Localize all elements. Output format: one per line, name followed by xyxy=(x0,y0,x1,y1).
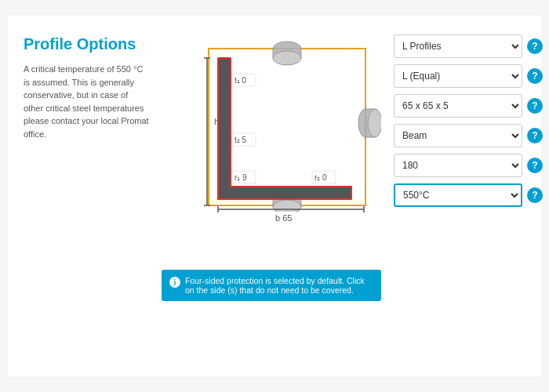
profile-type-select[interactable]: L Profiles H Profiles C Profiles xyxy=(394,34,522,58)
help-btn-3[interactable]: ? xyxy=(527,98,543,114)
t2-label: t₂ 5 xyxy=(235,136,247,144)
svg-point-9 xyxy=(368,109,381,137)
profile-size-row: 65 x 65 x 5 75 x 75 x 6 100 x 100 x 8 ? xyxy=(394,94,543,118)
svg-point-3 xyxy=(273,51,301,65)
profile-size-select[interactable]: 65 x 65 x 5 75 x 75 x 6 100 x 100 x 8 xyxy=(394,94,522,118)
left-panel: Profile Options A critical temperature o… xyxy=(24,34,149,358)
dimension-row: 180 160 200 ? xyxy=(394,154,543,177)
beam-type-row: Beam Column ? xyxy=(394,124,543,147)
center-panel: h 65 b 65 t₁ 0 xyxy=(162,34,381,358)
temperature-select[interactable]: 550°C 500°C 600°C xyxy=(394,183,522,207)
right-panel: L Profiles H Profiles C Profiles ? L (Eq… xyxy=(394,34,543,358)
help-btn-1[interactable]: ? xyxy=(527,38,543,54)
info-icon: i xyxy=(169,277,180,288)
t1-label: t₁ 0 xyxy=(235,76,247,85)
b-label: b 65 xyxy=(275,213,292,223)
page-title: Profile Options xyxy=(24,34,149,53)
beam-type-select[interactable]: Beam Column xyxy=(394,124,522,147)
svg-rect-18 xyxy=(218,58,231,198)
info-text: Four-sided protection is selected by def… xyxy=(185,276,373,295)
profile-type-row: L Profiles H Profiles C Profiles ? xyxy=(394,34,543,58)
profile-diagram[interactable]: h 65 b 65 t₁ 0 xyxy=(162,41,381,260)
help-btn-2[interactable]: ? xyxy=(527,68,543,84)
diagram-wrapper: h 65 b 65 t₁ 0 xyxy=(162,41,381,301)
temperature-row: 550°C 500°C 600°C ? xyxy=(394,183,543,207)
svg-rect-19 xyxy=(218,187,351,199)
r2-label: r₂ 0 xyxy=(314,173,327,182)
help-btn-4[interactable]: ? xyxy=(527,128,543,143)
help-btn-5[interactable]: ? xyxy=(527,158,543,173)
description-text: A critical temperature of 550 °C is assu… xyxy=(24,63,149,140)
profile-shape-row: L (Equal) L (Unequal) ? xyxy=(394,64,543,88)
dimension-select[interactable]: 180 160 200 xyxy=(394,154,522,177)
info-box: i Four-sided protection is selected by d… xyxy=(162,270,381,301)
r1-label: r₁ 9 xyxy=(235,173,247,182)
profile-shape-select[interactable]: L (Equal) L (Unequal) xyxy=(394,64,522,88)
help-btn-6[interactable]: ? xyxy=(527,187,543,203)
